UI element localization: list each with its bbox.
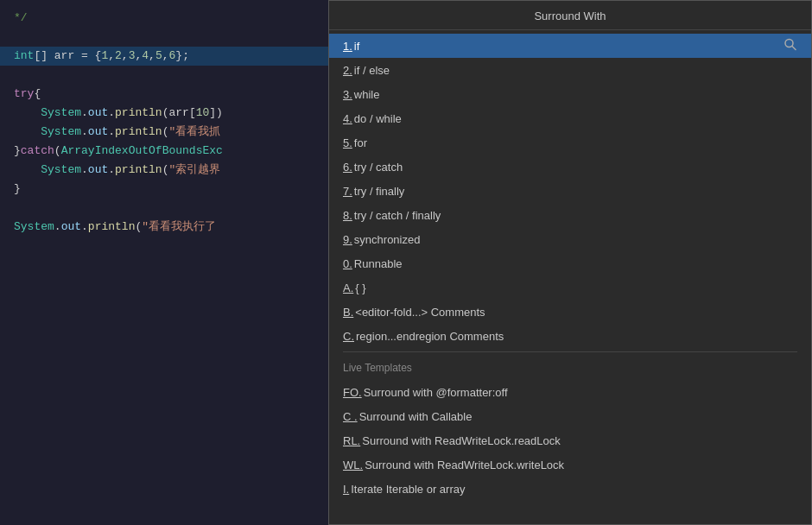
- item-key: 3.: [343, 88, 352, 101]
- code-text: (: [135, 218, 142, 237]
- item-label: Runnable: [354, 257, 403, 270]
- code-text: .: [108, 104, 115, 123]
- item-key: 5.: [343, 136, 352, 149]
- surround-item-runnable[interactable]: 0. Runnable: [329, 251, 811, 275]
- code-text: 1: [101, 47, 108, 66]
- code-text: "索引越界: [168, 161, 220, 180]
- code-line: System.out.println(arr[10]): [0, 104, 328, 123]
- code-text: ,: [135, 47, 142, 66]
- code-text: [] arr = {: [34, 47, 101, 66]
- surround-item-writelock[interactable]: WL. Surround with ReadWriteLock.writeLoc…: [329, 452, 811, 477]
- item-key: C .: [343, 410, 358, 423]
- surround-item-try-finally[interactable]: 7. try / finally: [329, 179, 811, 203]
- surround-item-do-while[interactable]: 4. do / while: [329, 106, 811, 130]
- item-label: for: [354, 136, 367, 149]
- code-text: 3: [129, 47, 136, 66]
- surround-item-callable[interactable]: C . Surround with Callable: [329, 404, 811, 428]
- svg-point-0: [785, 40, 793, 47]
- divider: [343, 351, 797, 352]
- item-label: if: [354, 40, 360, 53]
- surround-item-if-else[interactable]: 2. if / else: [329, 58, 811, 82]
- code-text: (: [54, 142, 61, 161]
- code-text: println: [115, 104, 162, 123]
- item-key: A.: [343, 281, 353, 294]
- code-text: println: [115, 161, 162, 180]
- code-text: .: [81, 218, 88, 237]
- code-text: .: [54, 218, 61, 237]
- item-label: synchronized: [354, 233, 421, 246]
- surround-with-popup: Surround With 1. if 2. if / else 3. whil…: [328, 0, 812, 525]
- surround-item-readlock[interactable]: RL. Surround with ReadWriteLock.readLock: [329, 428, 811, 452]
- code-text: .: [108, 161, 115, 180]
- surround-item-for[interactable]: 5. for: [329, 130, 811, 155]
- code-line: System.out.println("索引越界: [0, 161, 328, 180]
- code-text: }: [14, 180, 21, 199]
- code-text: (arr[: [162, 104, 196, 123]
- popup-list[interactable]: 1. if 2. if / else 3. while 4. do / whil…: [329, 30, 811, 524]
- code-text: [14, 104, 41, 123]
- code-text: ]): [209, 104, 223, 123]
- item-key: 9.: [343, 233, 352, 246]
- item-key: 6.: [343, 161, 352, 174]
- surround-item-iterate[interactable]: I. Iterate Iterable or array: [329, 477, 811, 501]
- search-icon: [783, 38, 797, 54]
- code-text: System: [41, 161, 81, 180]
- code-text: }: [14, 142, 21, 161]
- code-line: [0, 199, 328, 218]
- item-label: Surround with @formatter:off: [364, 386, 508, 399]
- code-text: 2: [115, 47, 122, 66]
- item-label: Surround with Callable: [359, 410, 473, 423]
- item-key: 0.: [343, 257, 352, 270]
- code-text: ,: [108, 47, 115, 66]
- surround-item-editor-fold[interactable]: B. <editor-fold...> Comments: [329, 300, 811, 324]
- code-text: 4: [142, 47, 149, 66]
- svg-line-1: [792, 47, 796, 50]
- code-text: catch: [21, 142, 54, 161]
- code-line: try{: [0, 85, 328, 104]
- code-text: };: [175, 47, 189, 66]
- item-key: 2.: [343, 64, 352, 77]
- surround-item-synchronized[interactable]: 9. synchronized: [329, 227, 811, 251]
- code-text: System: [14, 218, 54, 237]
- item-label: try / catch / finally: [354, 209, 441, 222]
- surround-item-braces[interactable]: A. { }: [329, 275, 811, 300]
- code-text: out: [88, 104, 108, 123]
- code-editor: */ int[] arr = {1, 2, 3, 4, 5, 6}; try{ …: [0, 0, 328, 525]
- surround-item-while[interactable]: 3. while: [329, 82, 811, 106]
- code-text: "看看我执行了: [142, 218, 216, 237]
- item-label: Surround with ReadWriteLock.readLock: [362, 434, 561, 447]
- code-line: }: [0, 180, 328, 199]
- code-text: */: [14, 9, 28, 28]
- item-key: RL.: [343, 434, 360, 447]
- surround-item-if[interactable]: 1. if: [329, 34, 811, 58]
- code-text: .: [81, 161, 88, 180]
- item-key: 7.: [343, 185, 352, 198]
- code-text: ,: [149, 47, 155, 66]
- code-text: System: [41, 104, 81, 123]
- surround-item-formatter-off[interactable]: FO. Surround with @formatter:off: [329, 380, 811, 404]
- code-line-highlighted: int[] arr = {1, 2, 3, 4, 5, 6};: [0, 47, 328, 66]
- code-text: println: [88, 218, 136, 237]
- item-key: 4.: [343, 112, 352, 125]
- code-line: System.out.println("看看我执行了: [0, 218, 328, 237]
- code-text: System: [41, 123, 81, 142]
- code-text: .: [108, 123, 115, 142]
- surround-item-try-catch[interactable]: 6. try / catch: [329, 155, 811, 179]
- surround-item-try-catch-finally[interactable]: 8. try / catch / finally: [329, 203, 811, 227]
- code-text: {: [34, 85, 41, 104]
- code-text: out: [88, 161, 108, 180]
- code-text: out: [61, 218, 81, 237]
- code-line: */: [0, 9, 328, 28]
- code-text: .: [81, 104, 88, 123]
- item-key: WL.: [343, 459, 363, 471]
- item-key: B.: [343, 306, 353, 319]
- code-text: (: [162, 123, 169, 142]
- item-label: while: [354, 88, 380, 101]
- code-text: println: [115, 123, 162, 142]
- popup-title: Surround With: [329, 1, 811, 30]
- item-label: { }: [355, 281, 365, 294]
- surround-item-region[interactable]: C. region...endregion Comments: [329, 324, 811, 348]
- item-label: do / while: [354, 112, 402, 125]
- code-text: 6: [169, 47, 176, 66]
- code-line: }catch(ArrayIndexOutOfBoundsExc: [0, 142, 328, 161]
